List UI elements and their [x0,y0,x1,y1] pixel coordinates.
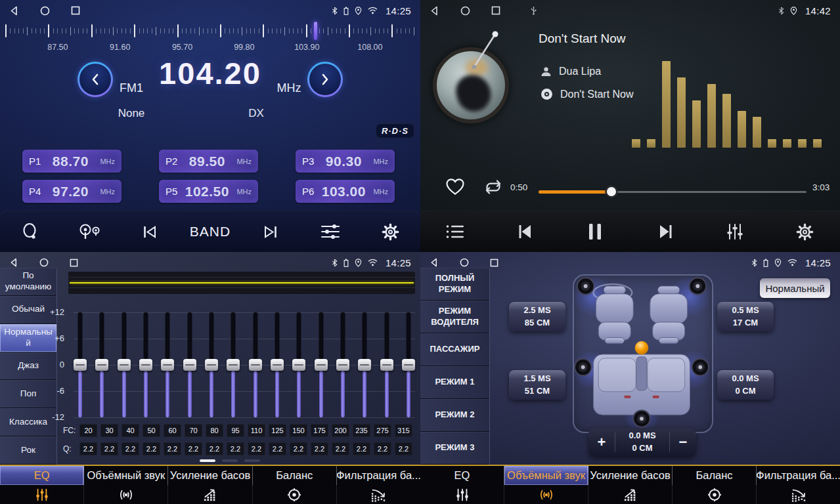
tab-balance[interactable]: Баланс [673,466,757,485]
tab-bass-filter[interactable]: Фильтрация ба... [337,466,420,485]
fc-value[interactable]: 125 [269,424,286,437]
delay-rear-left-button[interactable]: 1.5 MS 51 CM [509,370,565,400]
q-value[interactable]: 2.2 [311,442,328,455]
q-value[interactable]: 2.2 [248,442,265,455]
preset-button-P6[interactable]: P6103.00MHz [296,180,395,203]
tab-surround[interactable]: Объёмный звук [504,466,588,485]
band-button[interactable]: BAND [180,211,240,252]
fc-value[interactable]: 95 [227,424,244,437]
frequency-dial[interactable]: 87.5091.6095.7099.80103.90108.00 [5,22,415,56]
progress-knob[interactable] [607,187,616,196]
nav-back-icon[interactable] [9,258,18,267]
eq-band-slider[interactable] [249,312,262,417]
settings-button[interactable] [361,211,420,252]
eq-band-slider[interactable] [74,312,87,417]
preset-button-P2[interactable]: P289.50MHz [159,150,258,173]
bass-boost-icon[interactable] [588,485,673,504]
prev-track-button[interactable] [491,211,561,252]
mode-item[interactable]: ПОЛНЫЙ РЕЖИМ [420,268,489,301]
progress-bar[interactable] [539,186,807,198]
fc-value[interactable]: 50 [143,424,160,437]
broadcast-button[interactable] [60,211,120,252]
eq-sliders-icon[interactable] [420,485,504,504]
tab-bass-boost[interactable]: Усиление басов [168,466,252,485]
eq-band-slider[interactable] [380,312,393,417]
nav-home-icon[interactable] [460,258,469,267]
fc-value[interactable]: 275 [374,424,391,437]
eq-band-slider[interactable] [227,312,240,417]
prev-station-button[interactable] [120,211,180,252]
surround-icon[interactable] [504,485,588,504]
eq-band-slider[interactable] [161,312,174,417]
fc-value[interactable]: 80 [206,424,223,437]
q-value[interactable]: 2.2 [100,442,118,455]
bass-boost-icon[interactable] [168,485,252,504]
favorite-button[interactable] [444,176,466,197]
preset-button-P4[interactable]: P497.20MHz [22,180,122,203]
eq-band-slider[interactable] [271,312,284,417]
eq-band-slider[interactable] [95,312,108,417]
preset-button-P1[interactable]: P188.70MHz [22,150,122,173]
decrease-delay-button[interactable]: − [670,428,696,457]
eq-settings-button[interactable] [300,211,360,252]
q-value[interactable]: 2.2 [269,442,286,455]
eq-band-slider[interactable] [292,312,305,417]
mode-item[interactable]: РЕЖИМ 3 [420,432,489,465]
nav-recents-icon[interactable] [71,6,80,15]
fc-value[interactable]: 20 [79,424,97,437]
bass-filter-icon[interactable] [757,485,840,504]
eq-band-slider[interactable] [336,312,349,417]
eq-band-slider[interactable] [118,312,131,417]
fc-value[interactable]: 235 [353,424,370,437]
bass-filter-icon[interactable] [337,485,420,504]
nav-back-icon[interactable] [430,6,439,16]
q-value[interactable]: 2.2 [374,442,391,455]
delay-rear-right-button[interactable]: 0.0 MS 0 CM [717,370,774,400]
mode-item[interactable]: РЕЖИМ 1 [420,366,489,399]
q-value[interactable]: 2.2 [79,442,97,455]
fc-value[interactable]: 110 [248,424,265,437]
nav-home-icon[interactable] [40,6,50,16]
repeat-button[interactable] [482,177,504,197]
scan-button[interactable] [0,211,60,252]
q-value[interactable]: 2.2 [332,442,349,455]
fc-value[interactable]: 175 [311,424,328,437]
equalizer-button[interactable] [700,211,770,252]
eq-band-slider[interactable] [315,312,328,417]
tab-surround[interactable]: Объёмный звук [84,466,168,485]
playlist-button[interactable] [420,211,491,252]
next-track-button[interactable] [630,211,701,252]
q-value[interactable]: 2.2 [185,442,202,455]
q-value[interactable]: 2.2 [290,442,307,455]
balance-icon[interactable] [673,485,757,504]
fc-value[interactable]: 30 [100,424,118,437]
settings-button[interactable] [770,211,840,252]
surround-preset-button[interactable]: Нормальный [760,278,830,298]
tab-bass-filter[interactable]: Фильтрация ба... [757,466,840,485]
mode-item[interactable]: ПАССАЖИР [420,333,489,366]
mode-item[interactable]: РЕЖИМ 2 [420,399,489,432]
pause-button[interactable] [560,211,630,252]
q-value[interactable]: 2.2 [395,442,412,455]
delay-front-left-button[interactable]: 2.5 MS 85 CM [509,302,565,331]
q-value[interactable]: 2.2 [143,442,160,455]
eq-sliders-icon[interactable] [0,485,84,504]
increase-delay-button[interactable]: + [588,428,615,457]
next-station-button[interactable] [240,211,300,252]
tab-balance[interactable]: Баланс [253,466,337,485]
eq-band-slider[interactable] [139,312,152,417]
tab-eq-sliders[interactable]: EQ [0,466,84,485]
q-value[interactable]: 2.2 [164,442,181,455]
fc-value[interactable]: 40 [122,424,139,437]
eq-band-slider[interactable] [183,312,196,417]
eq-band-slider[interactable] [402,312,415,417]
eq-band-slider[interactable] [358,312,371,417]
eq-band-slider[interactable] [205,312,218,417]
tab-bass-boost[interactable]: Усиление басов [588,466,673,485]
nav-recents-icon[interactable] [490,259,498,267]
preset-button-P3[interactable]: P390.30MHz [296,150,395,173]
nav-home-icon[interactable] [460,6,470,16]
fc-value[interactable]: 60 [164,424,181,437]
q-value[interactable]: 2.2 [353,442,370,455]
nav-back-icon[interactable] [9,6,19,16]
